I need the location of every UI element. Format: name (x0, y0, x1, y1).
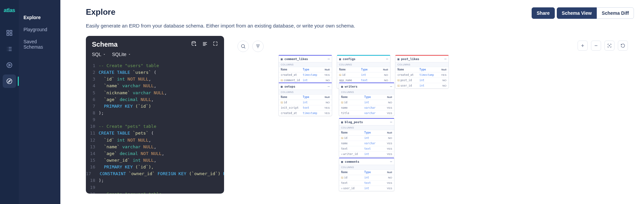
table-header[interactable]: ▦ configs (337, 56, 390, 62)
table-header[interactable]: ▦ blog_posts (339, 119, 394, 125)
svg-rect-1 (10, 31, 12, 33)
code-line: 12 `id` int NOT NULL, (86, 137, 224, 144)
code-editor[interactable]: 1-- Create "users" table2CREATE TABLE `u… (86, 61, 224, 194)
erd-canvas[interactable]: ✋ ▦ comment_likes COLUMNS NameTypeNull c… (231, 36, 634, 194)
rail-list-icon[interactable] (3, 42, 16, 56)
dialect-selector[interactable]: SQLite (112, 52, 131, 57)
table-header[interactable]: ▦ writers (339, 83, 394, 90)
code-line: 17 CONSTRAINT `owner_id` FOREIGN KEY (`o… (86, 170, 224, 177)
erd-table-blog_posts[interactable]: ▦ blog_posts COLUMNS NameTypeNull ⚿idint… (339, 118, 394, 157)
svg-point-5 (7, 79, 12, 84)
erd-table-post_likes[interactable]: ▦ post_likes COLUMNS NameTypeNull create… (395, 55, 449, 89)
table-column-row: ⚿post_idintNO (395, 78, 448, 83)
editor-title: Schema (92, 41, 118, 48)
key-icon: ⚿ (341, 137, 343, 140)
brand-logo[interactable]: atlas (4, 4, 15, 23)
schema-editor: Schema SQL SQLite 1-- Create "users" tab… (86, 36, 224, 194)
code-line: 15 `owner_id` int NULL, (86, 157, 224, 164)
code-line: 10-- Create "pets" table (86, 123, 224, 130)
code-line: 1-- Create "users" table (86, 62, 224, 69)
table-header[interactable]: ▦ comment_likes (279, 56, 332, 62)
lang-selector[interactable]: SQL (92, 52, 106, 57)
page-title: Explore (86, 7, 355, 17)
fk-icon: ⎋ (341, 187, 342, 190)
table-columns-header: NameTypeNull (279, 67, 332, 72)
table-column-row: ⚿user_idintNO (395, 83, 448, 88)
table-columns-label: COLUMNS (339, 90, 394, 95)
erd-table-writers[interactable]: ▦ writers COLUMNS NameTypeNull ⚿idintNOn… (339, 82, 394, 116)
key-icon: ⚿ (281, 101, 283, 104)
code-line: 9 (86, 116, 224, 123)
tab-schema-view[interactable]: Schema View (557, 7, 597, 19)
table-header[interactable]: ▦ comments (339, 158, 394, 165)
table-column-row: ⎋writer_idintYES (339, 152, 394, 157)
fk-icon: ⎋ (341, 153, 342, 156)
table-columns-label: COLUMNS (279, 62, 332, 67)
erd-table-comments[interactable]: ▦ comments COLUMNS NameTypeNull ⚿idintNO… (339, 157, 394, 191)
table-columns-header: NameTypeNull (339, 95, 394, 100)
table-column-row: init_scripttextYES (279, 105, 332, 111)
code-line: 13 `name` varchar NULL, (86, 144, 224, 150)
code-line: 3 `id` int NOT NULL, (86, 76, 224, 83)
code-line: 8); (86, 110, 224, 116)
code-line: 5 `nickname` varchar NULL, (86, 90, 224, 96)
table-column-row: titlevarcharYES (339, 111, 394, 116)
code-line: 14 `age` decimal NOT NULL, (86, 150, 224, 157)
share-button[interactable]: Share (532, 7, 555, 19)
table-column-row: ⚿idintNO (279, 100, 332, 105)
main-content: Explore Easily generate an ERD from your… (60, 0, 644, 204)
key-icon: ⚿ (341, 101, 343, 104)
import-db-icon[interactable] (191, 41, 197, 48)
table-column-row: ⎋user_idintYES (339, 186, 394, 191)
rail-dashboard-icon[interactable] (3, 26, 16, 40)
key-icon: ⚿ (339, 74, 341, 76)
nav-rail: atlas (0, 0, 19, 204)
table-column-row: texttextYES (339, 146, 394, 152)
table-column-row: created_attimestampYES (279, 72, 332, 78)
table-column-row: ⚿idintNO (339, 175, 394, 181)
code-line: 16 PRIMARY KEY (`id`), (86, 164, 224, 170)
key-icon: ⚿ (397, 79, 400, 82)
table-columns-header: NameTypeNull (337, 67, 390, 72)
code-line: 2CREATE TABLE `users` ( (86, 69, 224, 76)
code-line: 18); (86, 177, 224, 184)
code-line: 11CREATE TABLE `pets` ( (86, 130, 224, 137)
table-column-row: ⚿idintNO (339, 100, 394, 105)
page-subtitle: Easily generate an ERD from your databas… (86, 23, 355, 29)
table-column-row: ⚿idintNO (339, 136, 394, 141)
svg-point-6 (192, 41, 196, 43)
table-columns-label: COLUMNS (339, 165, 394, 170)
key-icon: ⚿ (341, 176, 343, 179)
table-column-row: texttextYES (339, 181, 394, 186)
table-columns-header: NameTypeNull (279, 95, 332, 100)
fullscreen-icon[interactable] (213, 41, 218, 48)
table-header[interactable]: ▦ post_likes (395, 56, 448, 62)
erd-table-setups[interactable]: ▦ setups COLUMNS NameTypeNull ⚿idintNOin… (278, 82, 332, 116)
table-column-row: namevarcharYES (339, 141, 394, 146)
table-column-row: created_attimestampYES (279, 111, 332, 116)
code-line: 6 `age` decimal NULL, (86, 96, 224, 103)
svg-point-4 (7, 63, 12, 68)
table-columns-label: COLUMNS (395, 62, 448, 67)
table-column-row: created_attimestampYES (395, 72, 448, 78)
svg-rect-2 (7, 34, 9, 36)
table-columns-header: NameTypeNull (395, 67, 448, 72)
format-icon[interactable] (202, 41, 208, 48)
code-line: 19 (86, 184, 224, 191)
erd-panel: ✋ ▦ comment_likes COLUMNS NameTypeNull c… (231, 36, 634, 194)
sidebar-item-explore[interactable]: Explore (19, 11, 60, 23)
sidebar-item-playground[interactable]: Playground (19, 23, 60, 36)
table-columns-header: NameTypeNull (339, 170, 394, 175)
tab-schema-diff[interactable]: Schema Diff (597, 7, 634, 19)
table-columns-header: NameTypeNull (339, 130, 394, 136)
table-columns-label: COLUMNS (339, 125, 394, 130)
rail-play-icon[interactable] (3, 58, 16, 72)
sidebar-item-saved-schemas[interactable]: Saved Schemas (19, 36, 60, 53)
rail-explore-icon[interactable] (3, 74, 16, 88)
key-icon: ⚿ (281, 79, 283, 82)
table-header[interactable]: ▦ setups (279, 83, 332, 90)
svg-rect-0 (7, 31, 9, 33)
table-column-row: namevarcharYES (339, 105, 394, 111)
code-line: 4 `name` varchar NULL, (86, 83, 224, 89)
code-line: 20-- Create "groups" table (86, 191, 224, 194)
